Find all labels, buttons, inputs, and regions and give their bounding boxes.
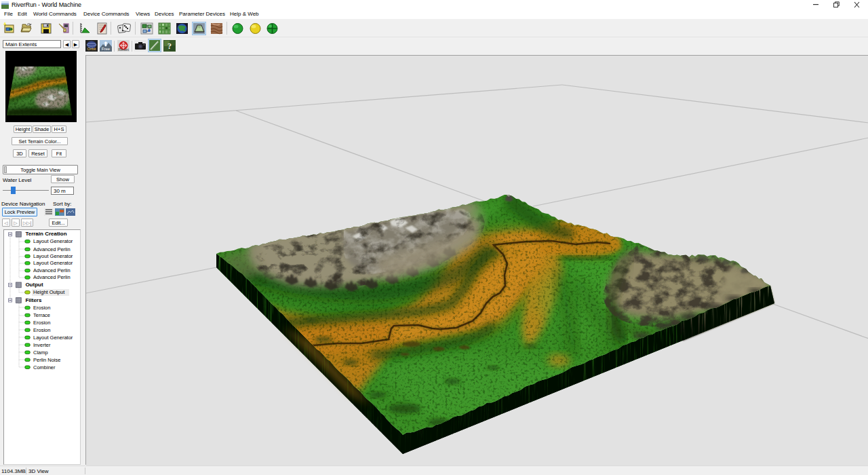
svg-text:Reset: Reset <box>118 48 129 52</box>
svg-text:?: ? <box>167 41 172 51</box>
svg-text:Free: Free <box>102 47 111 51</box>
svg-text:Orbit: Orbit <box>87 47 96 51</box>
